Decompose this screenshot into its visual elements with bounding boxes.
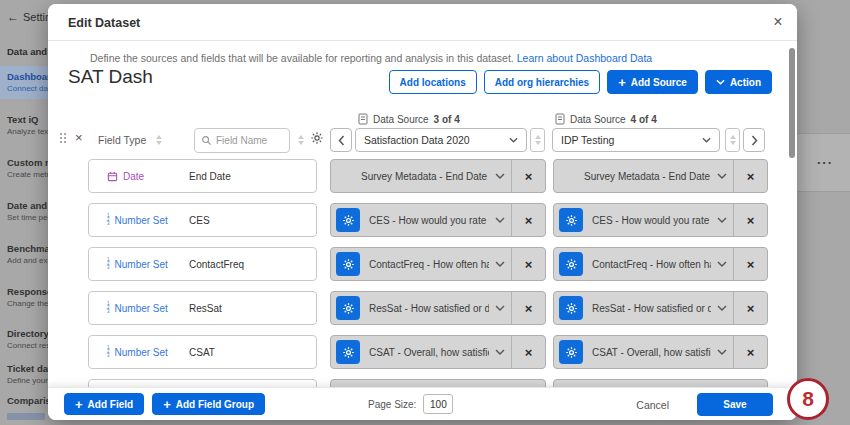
field-type-label: Number Set — [115, 347, 168, 358]
scoring-gear-button[interactable] — [559, 296, 583, 320]
plus-icon: + — [75, 398, 83, 411]
scoring-gear-button[interactable] — [559, 252, 583, 276]
mapping-cell: ResSat - How satisfied or dissat... × — [553, 291, 768, 325]
chevron-down-icon — [509, 137, 518, 143]
chevron-down-icon[interactable] — [711, 349, 733, 355]
mapping-cell: ResSat - How satisfied or dissat... × — [330, 291, 546, 325]
page-size-input[interactable] — [423, 394, 453, 414]
remove-mapping-button[interactable]: × — [734, 257, 767, 272]
chevron-down-icon[interactable] — [489, 261, 511, 267]
chevron-right-icon — [751, 135, 758, 146]
chevron-down-icon[interactable] — [489, 173, 511, 179]
chevron-down-icon[interactable] — [711, 217, 733, 223]
add-org-hierarchies-button[interactable]: Add org hierarchies — [484, 70, 600, 94]
remove-mapping-button[interactable]: × — [512, 345, 545, 360]
scoring-gear-button[interactable] — [336, 340, 360, 364]
source-sort-button[interactable] — [725, 128, 740, 152]
mapping-cell: CES - How would you rate the ... × — [330, 203, 546, 237]
add-locations-button[interactable]: Add locations — [389, 70, 477, 94]
mapping-cell: CES - How would you rate the ... × — [553, 203, 768, 237]
data-source-3-header: Data Source3 of 4 — [358, 113, 460, 125]
search-input[interactable] — [216, 135, 280, 146]
drag-handle-icon[interactable] — [60, 133, 67, 144]
remove-mapping-button[interactable]: × — [734, 169, 767, 184]
field-card-ressat[interactable]: 123 Number Set ResSat — [88, 291, 317, 325]
mapping-cell: Survey Metadata - End Date × — [330, 159, 546, 193]
mapping-cell: CSAT - Overall, how satisfied or... × — [330, 335, 546, 369]
data-source-4-header: Data Source4 of 4 — [555, 113, 657, 125]
remove-mapping-button[interactable]: × — [512, 213, 545, 228]
chevron-down-icon[interactable] — [489, 349, 511, 355]
field-card-csat[interactable]: 123 Number Set CSAT — [88, 335, 317, 369]
add-field-button[interactable]: +Add Field — [64, 393, 144, 415]
field-card-end-date[interactable]: Date End Date — [88, 159, 317, 193]
learn-about-dashboard-data-link[interactable]: Learn about Dashboard Data — [517, 52, 652, 64]
source-sort-button[interactable] — [530, 128, 545, 152]
chevron-down-icon[interactable] — [489, 305, 511, 311]
field-name: CSAT — [189, 347, 215, 358]
field-name: ResSat — [189, 303, 222, 314]
field-name: CES — [189, 215, 210, 226]
remove-mapping-button[interactable]: × — [512, 301, 545, 316]
close-icon[interactable]: × — [768, 12, 788, 32]
field-type-label: Number Set — [115, 259, 168, 270]
modal-header: Edit Dataset × — [48, 4, 797, 41]
scoring-gear-button[interactable] — [559, 340, 583, 364]
chevron-down-icon[interactable] — [489, 217, 511, 223]
remove-mapping-button[interactable]: × — [512, 257, 545, 272]
remove-mapping-button[interactable]: × — [734, 301, 767, 316]
number-set-icon: 123 — [107, 258, 110, 270]
mapping-cell: ContactFreq - How often have ... × — [553, 247, 768, 281]
field-type-label: Number Set — [115, 303, 168, 314]
back-arrow-icon: ← — [7, 10, 19, 24]
survey-icon — [555, 113, 565, 125]
toolbar: Add locations Add org hierarchies +Add S… — [389, 70, 772, 94]
action-button[interactable]: Action — [705, 70, 772, 94]
dataset-card-more-options[interactable]: ··· — [795, 133, 850, 192]
field-type-label: Date — [123, 171, 144, 182]
field-type-label: Number Set — [115, 215, 168, 226]
clear-filter-icon[interactable]: × — [75, 130, 83, 145]
calendar-icon — [107, 171, 118, 182]
modal-footer: +Add Field +Add Field Group Page Size: C… — [48, 387, 797, 420]
sort-icon[interactable] — [156, 135, 162, 145]
scoring-gear-button[interactable] — [559, 208, 583, 232]
chevron-down-icon[interactable] — [711, 261, 733, 267]
plus-icon: + — [618, 76, 626, 89]
truncated-subtitle — [7, 413, 45, 420]
sort-icon[interactable] — [298, 135, 304, 145]
vertical-scrollbar[interactable] — [789, 48, 795, 158]
chevron-down-icon[interactable] — [711, 305, 733, 311]
gear-icon[interactable] — [310, 131, 324, 149]
mapping-cell: CSAT - Overall, how satisfied or... × — [553, 335, 768, 369]
field-card-ces[interactable]: 123 Number Set CES — [88, 203, 317, 237]
add-field-group-button[interactable]: +Add Field Group — [152, 393, 265, 415]
data-source-4-select[interactable]: IDP Testing — [552, 128, 720, 152]
screen: ←Settings Data and analy Dashboard da Co… — [0, 0, 850, 425]
next-sources-button[interactable] — [743, 128, 765, 152]
annotation-step-badge: 8 — [787, 378, 829, 420]
modal-description: Define the sources and fields that will … — [90, 52, 652, 64]
save-button[interactable]: Save — [697, 393, 773, 416]
remove-mapping-button[interactable]: × — [734, 213, 767, 228]
plus-icon: + — [163, 398, 171, 411]
chevron-down-icon[interactable] — [711, 173, 733, 179]
number-set-icon: 123 — [107, 302, 110, 314]
data-source-3-select[interactable]: Satisfaction Data 2020 — [355, 128, 527, 152]
scoring-gear-button[interactable] — [336, 208, 360, 232]
more-options-icon: ··· — [817, 155, 833, 170]
field-card-contactfreq[interactable]: 123 Number Set ContactFreq — [88, 247, 317, 281]
modal-title: Edit Dataset — [68, 16, 140, 30]
scoring-gear-button[interactable] — [336, 296, 360, 320]
cancel-button[interactable]: Cancel — [636, 399, 669, 411]
scoring-gear-button[interactable] — [336, 252, 360, 276]
remove-mapping-button[interactable]: × — [734, 345, 767, 360]
field-name: ContactFreq — [189, 259, 244, 270]
field-name-search — [194, 128, 290, 153]
previous-sources-button[interactable] — [330, 128, 352, 152]
number-set-icon: 123 — [107, 346, 110, 358]
chevron-left-icon — [338, 135, 345, 146]
remove-mapping-button[interactable]: × — [512, 169, 545, 184]
chevron-down-icon — [716, 79, 725, 85]
add-source-button[interactable]: +Add Source — [607, 70, 698, 94]
